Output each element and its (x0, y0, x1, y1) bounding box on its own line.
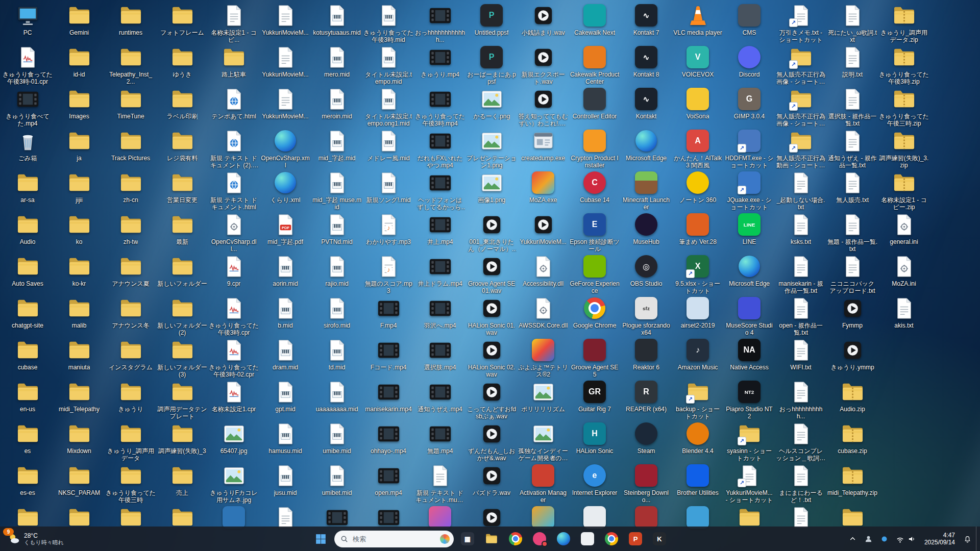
desktop-icon[interactable]: ↗無人販売不正行為画像 - ショートカッ... (775, 45, 826, 85)
desktop-icon[interactable]: Steinberg Downlo... (621, 463, 672, 504)
desktop-icon[interactable]: gpt.mid (260, 380, 311, 413)
desktop-icon[interactable]: きゅうり食ってた午後3時-01.cpr (2, 45, 53, 85)
desktop-icon[interactable]: ぷよぷよ™テトリス®2 (518, 338, 569, 378)
desktop-icon[interactable]: Minecraft Launcher (621, 170, 672, 211)
desktop-icon[interactable]: runtimes (105, 3, 156, 36)
desktop-icon[interactable]: ヘッドフォンはずしてるかっら.mp4 (414, 170, 465, 211)
desktop-icon[interactable]: td.mid (311, 338, 362, 371)
desktop-icon[interactable]: open - 親作品一覧.txt (775, 296, 826, 336)
weather-widget[interactable]: 9 28°C くもり時々晴れ (2, 527, 69, 551)
desktop-icon[interactable]: 営業日変更 (157, 170, 208, 204)
desktop-icon[interactable]: dram.mid (260, 338, 311, 371)
desktop-icon[interactable]: ↗JQuake.exe - ショートカット (724, 170, 775, 211)
desktop-icon[interactable]: PUntitled.ppsf (466, 3, 517, 36)
desktop-icon[interactable]: テンポあて.html (208, 87, 259, 120)
desktop-icon[interactable]: きゅうり食ってた午後3時.mp4 (414, 87, 465, 127)
network-volume-group[interactable] (893, 529, 919, 549)
desktop-icon[interactable]: YukkuriMovieM... (260, 87, 311, 120)
light-app[interactable] (577, 529, 598, 549)
desktop-icon[interactable]: おっhhhhhhhhhhhh... (414, 3, 465, 43)
desktop-icon[interactable]: ラベル印刷 (157, 87, 208, 120)
desktop-icon[interactable]: 新規 テキスト ドキュメント.musicxml (414, 463, 465, 504)
desktop-icon[interactable]: zh-cn (105, 170, 156, 204)
desktop-icon[interactable]: Accessibility.dll (518, 254, 569, 287)
desktop-icon[interactable]: Mixdown (54, 421, 105, 455)
desktop-icon[interactable]: malib (54, 296, 105, 329)
desktop-icon[interactable]: LINELINE (724, 212, 775, 245)
desktop-icon[interactable]: 9.cpr (208, 254, 259, 287)
desktop-icon[interactable]: manisekarin.mp4 (363, 380, 414, 413)
desktop-icon[interactable]: Auto Saves (2, 254, 53, 287)
desktop-icon[interactable]: PC (2, 3, 53, 36)
desktop-icon[interactable]: F.mp4 (363, 296, 414, 329)
desktop-icon[interactable]: きゅうり_調声用データ (105, 421, 156, 462)
desktop-icon[interactable]: Activation Manager (518, 463, 569, 504)
desktop-icon[interactable]: 名称未設定1 - コピ... (208, 3, 259, 43)
desktop-icon[interactable]: GeForce Experience (569, 254, 620, 294)
desktop-icon[interactable]: Groove Agent SE 5 (569, 338, 620, 378)
desktop-icon[interactable]: きゅうり食ってた午後3時.mid (363, 3, 414, 43)
taskbar-search[interactable] (334, 531, 454, 547)
desktop-icon[interactable]: ↗YukkuriMovieM... - ショートカット (724, 463, 775, 504)
desktop-icon[interactable]: 新規エクスポート.wav (518, 45, 569, 85)
desktop-icon[interactable]: Microsoft Edge (724, 254, 775, 287)
desktop-icon[interactable]: 001_東北きりたん（ノーマル）_今しゃ... (466, 212, 517, 253)
desktop-icon[interactable]: ja (54, 129, 105, 162)
desktop-icon[interactable]: 画像1.png (466, 170, 517, 204)
tray-overflow-chevron[interactable] (845, 529, 860, 549)
desktop-icon[interactable]: ∿Kontakt 8 (621, 45, 672, 78)
desktop-icon[interactable]: ずんだもん_しおかぜ&.wav (466, 421, 517, 462)
desktop-icon[interactable]: PVTNd.mid (311, 212, 362, 245)
desktop-icon[interactable]: Aかんたん！AITalk 3 関西風 (672, 129, 723, 169)
desktop-icon[interactable]: 新規 テキスト ドキュメント (2).html (208, 129, 259, 169)
desktop-icon[interactable]: きゅうり食ってた午後3時.cpr (208, 296, 259, 336)
desktop-icon[interactable]: アナウンス夏 (105, 254, 156, 287)
desktop-icon[interactable]: 井上ドラム.mp4 (414, 254, 465, 287)
desktop-icon[interactable]: MuseHub (621, 212, 672, 245)
desktop-icon[interactable]: 名称未設定1.cpr (208, 380, 259, 413)
desktop-icon[interactable]: YukkuriMovieM... (260, 45, 311, 78)
desktop-icon[interactable]: 名称未設定1 - コピー.zip (878, 170, 929, 211)
desktop-icon[interactable]: ごみ箱 (2, 129, 53, 162)
desktop-icon[interactable]: PDFmid_字起.pdf (260, 212, 311, 245)
desktop-icon[interactable]: EEpson 接続診断ツール (569, 212, 620, 253)
desktop-icon[interactable]: 調声練習(失敗)_3.zip (878, 129, 929, 169)
desktop-icon[interactable]: umibe.mid (311, 421, 362, 455)
desktop-icon[interactable]: Images (54, 87, 105, 120)
desktop-icon[interactable]: ニコニコバックアップロード.txt (827, 254, 878, 294)
desktop-icon[interactable]: HALion Sonic 01.wav (466, 296, 517, 336)
desktop-icon[interactable]: くらり.xml (260, 170, 311, 204)
desktop-icon[interactable]: mero.mid (311, 45, 362, 78)
desktop-icon[interactable]: umibet.mid (311, 463, 362, 496)
desktop-icon[interactable]: MuseScore Studio 4 (724, 296, 775, 336)
desktop-icon[interactable]: フォトフレーム (157, 3, 208, 36)
desktop-icon[interactable]: VVOICEVOX (672, 45, 723, 78)
desktop-icon[interactable]: general.ini (878, 212, 929, 245)
desktop-icon[interactable]: ポリリリリズム (518, 380, 569, 413)
desktop-icon[interactable]: AWSSDK.Core.dll (518, 296, 569, 329)
desktop-icon[interactable]: mid_字起 muse.mid (311, 170, 362, 211)
desktop-icon[interactable]: Blender 4.4 (672, 421, 723, 455)
desktop-icon[interactable]: 調声用データテンプレート (157, 380, 208, 420)
desktop-icon[interactable]: 路上駐車 (208, 45, 259, 78)
desktop-icon[interactable]: ksks.txt (775, 212, 826, 245)
desktop-icon[interactable]: レジ袋有料 (157, 129, 208, 162)
desktop-icon[interactable]: aorin.mid (260, 254, 311, 287)
desktop-icon[interactable]: Controller Editor (569, 87, 620, 120)
powerpoint[interactable]: P (625, 529, 646, 549)
desktop-icon[interactable]: きゅうり食ってた午後三時.zip (878, 87, 929, 127)
desktop-icon[interactable]: ohhayo-.mp4 (363, 421, 414, 455)
desktop-icon[interactable]: kotusytuaaus.mid (311, 3, 362, 36)
desktop-icon[interactable]: ↗syasinn - ショートカット (724, 421, 775, 462)
desktop-icon[interactable]: ゆうき (157, 45, 208, 78)
desktop-icon[interactable]: CCubase 14 (569, 170, 620, 204)
desktop-icon[interactable]: es-es (2, 463, 53, 496)
desktop-icon[interactable]: きゅうり食ってた午後3時-02.cpr (208, 338, 259, 378)
desktop-icon[interactable]: 売上 (157, 463, 208, 496)
widgets-app[interactable]: ▦ (457, 529, 478, 549)
edge-browser[interactable] (553, 529, 574, 549)
desktop-icon[interactable]: 調声練習(失敗)_3 (157, 421, 208, 455)
desktop-icon[interactable]: ↗万引きメモ.txt - ショートカット (775, 3, 826, 43)
desktop-icon[interactable]: ↗HDDFMT.exe - ショートカット (724, 129, 775, 169)
desktop-icon[interactable]: きゅうり.mp4 (414, 45, 465, 78)
